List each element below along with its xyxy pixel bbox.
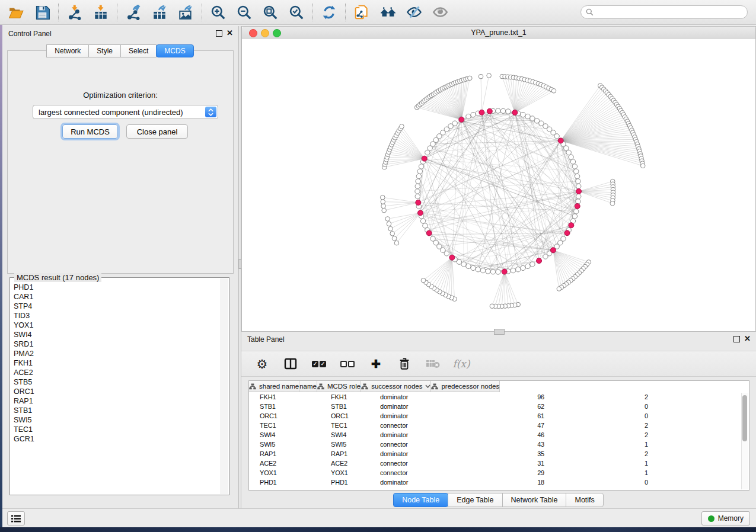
mcds-result-item[interactable]: PHD1 bbox=[14, 283, 219, 292]
mcds-result-item[interactable]: STB5 bbox=[14, 377, 219, 387]
cell-successor-nodes: 31 bbox=[466, 460, 552, 467]
network-canvas[interactable] bbox=[242, 39, 755, 331]
zoom-fit-icon[interactable] bbox=[262, 4, 279, 21]
mcds-result-item[interactable]: TEC1 bbox=[14, 425, 219, 434]
node-table: shared name name MCDS role bbox=[248, 380, 749, 491]
search-field[interactable] bbox=[580, 5, 748, 19]
new-network-from-selection-icon[interactable] bbox=[353, 4, 370, 21]
cell-predecessor-nodes: 1 bbox=[552, 441, 653, 448]
delete-columns-icon[interactable] bbox=[397, 356, 412, 371]
mcds-result-group: MCDS result (17 nodes) PHD1CAR1STP4TID3Y… bbox=[9, 277, 229, 495]
cell-shared-name: ACE2 bbox=[249, 460, 328, 467]
search-input[interactable] bbox=[596, 8, 742, 17]
mcds-result-item[interactable]: TID3 bbox=[14, 311, 219, 321]
mcds-result-title: MCDS result (17 nodes) bbox=[14, 273, 101, 282]
home-icon[interactable] bbox=[379, 4, 396, 21]
table-tab[interactable]: Network Table bbox=[502, 493, 567, 507]
mcds-result-item[interactable]: CAR1 bbox=[14, 292, 219, 302]
table-scrollbar-thumb[interactable] bbox=[742, 395, 747, 441]
table-row[interactable]: SWI4 SWI4 dominator 46 2 bbox=[249, 430, 749, 440]
export-table-icon[interactable] bbox=[151, 4, 168, 21]
cell-mcds-role: dominator bbox=[377, 450, 466, 457]
save-session-icon[interactable] bbox=[34, 4, 50, 21]
close-panel-button[interactable]: Close panel bbox=[126, 124, 188, 139]
refresh-layout-icon[interactable] bbox=[321, 4, 337, 21]
zoom-selected-icon[interactable] bbox=[288, 4, 305, 21]
export-image-icon[interactable] bbox=[177, 4, 194, 21]
mcds-result-item[interactable]: FKH1 bbox=[14, 358, 219, 368]
table-row[interactable]: ORC1 ORC1 dominator 61 0 bbox=[249, 411, 749, 421]
control-panel-title: Control Panel bbox=[8, 30, 52, 38]
memory-status-icon bbox=[708, 515, 714, 522]
table-row[interactable]: TEC1 TEC1 connector 47 2 bbox=[249, 421, 749, 430]
table-settings-gear-icon[interactable]: ⚙ bbox=[254, 356, 270, 371]
network-window: YPA_prune.txt_1 bbox=[241, 26, 756, 332]
mcds-list-scrollbar[interactable] bbox=[221, 278, 228, 494]
open-session-icon[interactable] bbox=[8, 4, 24, 21]
network-graph[interactable] bbox=[242, 39, 755, 331]
column-header[interactable]: predecessor nodes bbox=[431, 381, 500, 392]
control-panel-tab[interactable]: Select bbox=[120, 44, 157, 57]
cell-predecessor-nodes: 1 bbox=[552, 469, 653, 476]
column-header[interactable]: MCDS role bbox=[317, 381, 361, 392]
cell-successor-nodes: 47 bbox=[466, 422, 552, 429]
mcds-result-item[interactable]: STB1 bbox=[14, 406, 219, 415]
column-header[interactable]: shared name bbox=[249, 381, 299, 392]
table-row[interactable]: PHD1 PHD1 dominator 18 0 bbox=[249, 477, 749, 487]
mcds-result-item[interactable]: GCR1 bbox=[14, 434, 219, 444]
mcds-result-list: PHD1CAR1STP4TID3YOX1SWI4SRD1PMA2FKH1ACE2… bbox=[14, 283, 219, 492]
mcds-result-item[interactable]: YOX1 bbox=[14, 321, 219, 330]
table-tab[interactable]: Motifs bbox=[566, 493, 603, 507]
optimization-criterion-select[interactable]: largest connected component (undirected) bbox=[33, 105, 218, 119]
mcds-result-item[interactable]: STP4 bbox=[14, 302, 219, 311]
task-history-button[interactable] bbox=[7, 511, 25, 525]
mcds-result-item[interactable]: ACE2 bbox=[14, 368, 219, 377]
table-row[interactable]: SWI5 SWI5 connector 43 1 bbox=[249, 440, 749, 449]
show-columns-icon[interactable] bbox=[283, 356, 298, 371]
hide-graphics-details-icon[interactable] bbox=[406, 4, 422, 21]
cell-name: ORC1 bbox=[328, 412, 377, 419]
zoom-in-icon[interactable] bbox=[210, 4, 227, 21]
export-network-icon[interactable] bbox=[125, 4, 142, 21]
table-tab[interactable]: Edge Table bbox=[448, 493, 502, 507]
mcds-result-item[interactable]: ORC1 bbox=[14, 387, 219, 396]
table-panel-titlebar: Table Panel ✕ bbox=[241, 332, 756, 347]
cell-predecessor-nodes: 0 bbox=[552, 479, 653, 486]
run-mcds-button[interactable]: Run MCDS bbox=[62, 124, 118, 139]
network-window-titlebar: YPA_prune.txt_1 bbox=[242, 27, 755, 40]
mcds-result-item[interactable]: PMA2 bbox=[14, 349, 219, 358]
cell-mcds-role: dominator bbox=[377, 403, 466, 410]
table-row[interactable]: YOX1 YOX1 connector 29 1 bbox=[249, 468, 749, 477]
optimization-criterion-label: Optimization criterion: bbox=[8, 91, 233, 100]
import-table-icon[interactable] bbox=[92, 4, 109, 21]
table-tabs: Node TableEdge TableNetwork TableMotifs bbox=[241, 493, 756, 507]
import-network-icon[interactable] bbox=[66, 4, 83, 21]
cell-successor-nodes: 35 bbox=[466, 450, 552, 457]
cell-shared-name: SWI5 bbox=[249, 441, 328, 448]
table-scrollbar[interactable] bbox=[741, 393, 748, 489]
create-column-icon[interactable]: ✚ bbox=[368, 356, 384, 371]
mcds-result-item[interactable]: RAP1 bbox=[14, 396, 219, 406]
column-header[interactable]: successor nodes bbox=[361, 381, 431, 392]
control-panel-tab[interactable]: Style bbox=[88, 44, 121, 57]
table-row[interactable]: FKH1 FKH1 dominator 96 2 bbox=[249, 392, 749, 402]
mcds-result-item[interactable]: SWI4 bbox=[14, 330, 219, 339]
zoom-out-icon[interactable] bbox=[236, 4, 253, 21]
deselect-all-icon[interactable] bbox=[340, 356, 355, 371]
close-panel-icon[interactable]: ✕ bbox=[227, 28, 233, 37]
table-row[interactable]: RAP1 RAP1 dominator 35 2 bbox=[249, 449, 749, 459]
close-panel-icon[interactable]: ✕ bbox=[744, 334, 751, 343]
control-panel-tab[interactable]: MCDS bbox=[156, 44, 193, 57]
table-row[interactable]: ACE2 ACE2 connector 31 1 bbox=[249, 459, 749, 468]
cell-shared-name: FKH1 bbox=[249, 393, 328, 400]
column-header[interactable]: name bbox=[299, 381, 317, 392]
float-window-icon[interactable] bbox=[733, 336, 740, 342]
mcds-result-item[interactable]: SRD1 bbox=[14, 339, 219, 349]
control-panel-tab[interactable]: Network bbox=[46, 44, 89, 57]
select-all-icon[interactable]: ✓✓ bbox=[311, 356, 327, 371]
memory-button[interactable]: Memory bbox=[701, 511, 750, 525]
table-row[interactable]: STB1 STB1 dominator 62 0 bbox=[249, 402, 749, 411]
float-window-icon[interactable] bbox=[216, 30, 222, 37]
table-tab[interactable]: Node Table bbox=[393, 493, 448, 507]
mcds-result-item[interactable]: SWI5 bbox=[14, 415, 219, 425]
